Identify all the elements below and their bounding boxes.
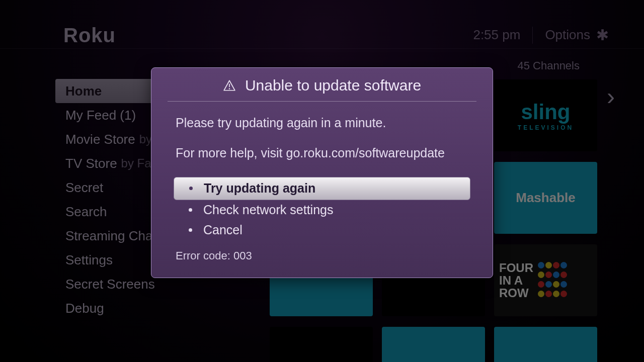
dialog-option-label: Check network settings [203, 203, 333, 217]
bullet-icon [189, 228, 192, 232]
dialog-title: Unable to update software [245, 77, 421, 94]
dialog-option-label: Try updating again [204, 181, 315, 196]
dialog-body: Please try updating again in a minute. F… [176, 115, 468, 162]
error-code: Error code: 003 [176, 249, 468, 262]
bullet-icon [189, 208, 192, 212]
screen: Roku 2:55 pm Options ✱ 45 Channels Home … [0, 0, 644, 362]
dialog-option-check-network[interactable]: Check network settings [174, 200, 470, 220]
dialog-header: Unable to update software [176, 77, 468, 101]
dialog-text-line: For more help, visit go.roku.com/softwar… [176, 145, 468, 162]
svg-point-1 [229, 88, 230, 89]
warning-icon [223, 79, 236, 92]
dialog-divider [168, 101, 476, 102]
error-dialog: Unable to update software Please try upd… [151, 67, 493, 278]
dialog-text-line: Please try updating again in a minute. [176, 115, 468, 132]
dialog-option-try-again[interactable]: Try updating again [174, 177, 470, 200]
dialog-options: Try updating again Check network setting… [174, 177, 470, 240]
dialog-option-cancel[interactable]: Cancel [174, 220, 470, 240]
bullet-icon [189, 187, 193, 190]
dialog-option-label: Cancel [203, 223, 243, 237]
